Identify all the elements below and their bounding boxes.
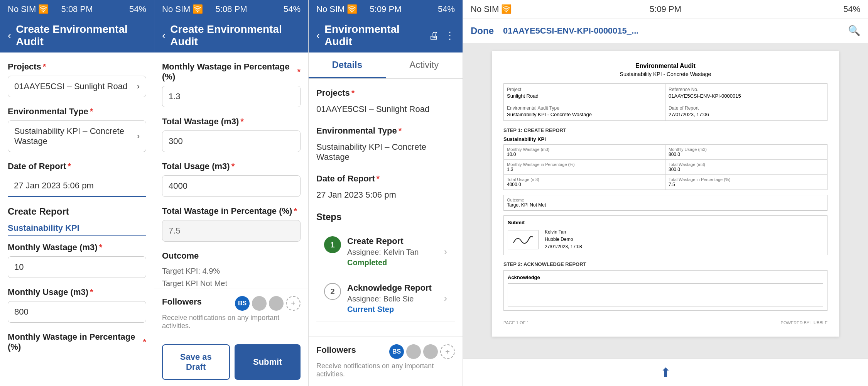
doc-kpi-label: Sustainability KPI: [503, 136, 827, 142]
total-wastage-input[interactable]: 300: [162, 130, 301, 152]
status-bar-2: No SIM 🛜 5:08 PM 54%: [154, 0, 308, 19]
chevron-icon: ›: [137, 81, 140, 91]
total-usage-field: Total Usage (m3) * 4000: [162, 161, 301, 197]
status-battery-1: 54%: [100, 4, 146, 14]
monthly-usage-field: Monthly Usage (m3) * 800: [8, 287, 146, 323]
followers-avatars-3: BS +: [389, 344, 455, 359]
monthly-wastage-pct2-label: Monthly Wastage in Percentage (%) *: [162, 62, 301, 82]
doc-ack-box: [508, 283, 823, 306]
date-input[interactable]: 27 Jan 2023 5:06 pm: [8, 175, 146, 197]
step2-assignee: Assignee: Belle Sie: [347, 295, 438, 303]
status-time-3: 5:09 PM: [363, 4, 409, 14]
back-icon-1[interactable]: ‹: [8, 29, 11, 42]
create-report-heading: Create Report: [8, 206, 146, 217]
tabs-3: Details Activity: [309, 52, 463, 79]
env-type-required: *: [90, 107, 93, 117]
back-icon-2[interactable]: ‹: [162, 29, 165, 42]
panel-create-audit-2: No SIM 🛜 5:08 PM 54% ‹ Create Environmen…: [154, 0, 309, 386]
step2-content: Acknowledge Report Assignee: Belle Sie C…: [347, 283, 438, 314]
doc-info-grid: Project Sunlight Road Reference No. 01AA…: [503, 83, 827, 121]
header-1: ‹ Create Environmental Audit: [0, 19, 154, 52]
doc-kpi-data-grid: Monthly Wastage (m3) 10.0 Monthly Usage …: [503, 144, 827, 190]
date-field: Date of Report * 27 Jan 2023 5:06 pm: [8, 161, 146, 197]
doc-page: Environmental Audit Sustainability KPI -…: [492, 51, 839, 337]
total-usage-label: Total Usage (m3) *: [162, 161, 301, 171]
avatar-gray2-2: [269, 296, 284, 311]
total-wastage-pct-field: Total Wastage in Percentage (%) * 7.5: [162, 206, 301, 242]
monthly-wastage-label: Monthly Wastage (m3) *: [8, 242, 146, 252]
page-title-2: Create Environmental Audit: [170, 23, 301, 48]
panel1-content: Projects * 01AAYE5CSI – Sunlight Road › …: [0, 52, 154, 386]
avatar-add-3[interactable]: +: [440, 344, 455, 359]
tab-details[interactable]: Details: [309, 52, 386, 78]
projects-label: Projects *: [8, 62, 146, 72]
bottom-buttons-2: Save as Draft Submit: [154, 338, 308, 386]
total-wastage-label: Total Wastage (m3) *: [162, 117, 301, 127]
total-wastage-pct-input: 7.5: [162, 220, 301, 242]
followers-label-2: Followers: [162, 297, 202, 307]
monthly-wastage-pct2-input[interactable]: 1.3: [162, 86, 301, 107]
doc-outcome-cell: Outcome Target KPI Not Met: [504, 195, 827, 210]
header-4: Done 01AAYE5CSI-ENV-KPI-0000015_... 🔍: [463, 19, 868, 43]
doc-outcome-grid: Outcome Target KPI Not Met: [503, 195, 827, 211]
doc-ack-section: Acknowledge: [503, 270, 827, 311]
mwp2-required: *: [297, 67, 301, 77]
sustainability-kpi-heading: Sustainability KPI: [8, 223, 146, 236]
date-label: Date of Report *: [8, 161, 146, 171]
panel-env-audit-detail: No SIM 🛜 5:09 PM 54% ‹ Environmental Aud…: [309, 0, 463, 386]
doc-step1-header: STEP 1: CREATE REPORT: [503, 127, 827, 133]
status-battery-3: 54%: [409, 4, 455, 14]
share-icon[interactable]: ⬆: [660, 365, 671, 380]
doc-kpi-total-wastage-pct: Total Wastage in Percentage (%) 7.5: [665, 175, 827, 190]
step2-chevron-icon: ›: [444, 293, 447, 304]
avatar-gray1-3: [406, 344, 421, 359]
avatar-add-2[interactable]: +: [286, 296, 301, 311]
tu-required: *: [231, 161, 235, 171]
done-button[interactable]: Done: [471, 25, 494, 36]
projects-field-3: Projects * 01AAYE5CSI – Sunlight Road: [316, 88, 455, 117]
total-usage-input[interactable]: 4000: [162, 175, 301, 197]
search-icon-4[interactable]: 🔍: [848, 25, 860, 37]
env-type-field-3: Environmental Type * Sustainability KPI …: [316, 126, 455, 164]
more-options-icon-3[interactable]: ⋮: [445, 30, 455, 42]
date-value-3: 27 Jan 2023 5:06 pm: [316, 188, 455, 202]
status-battery-2: 54%: [254, 4, 301, 14]
status-signal-1: No SIM 🛜: [8, 4, 54, 14]
signer-name: Kelvin Tan: [545, 229, 582, 236]
projects-input[interactable]: 01AAYE5CSI – Sunlight Road ›: [8, 76, 146, 97]
header-3: ‹ Environmental Audit 🖨 ⋮: [309, 19, 463, 52]
submit-button[interactable]: Submit: [235, 344, 301, 380]
monthly-usage-label: Monthly Usage (m3) *: [8, 287, 146, 297]
page-title-3: Environmental Audit: [324, 23, 424, 48]
doc-signer-info: Kelvin Tan Hubble Demo 27/01/2023, 17:08: [545, 229, 582, 251]
doc-step2-header: STEP 2: ACKNOWLEDGE REPORT: [503, 261, 827, 267]
outcome-field: Outcome Target KPI: 4.9% Target KPI Not …: [162, 251, 301, 288]
signer-org: Hubble Demo: [545, 236, 582, 243]
step2-title: Acknowledge Report: [347, 283, 438, 293]
doc-page-num: PAGE 1 OF 1: [503, 320, 529, 325]
panel4-bottom: ⬆: [463, 359, 868, 386]
step1-item[interactable]: 1 Create Report Assignee: Kelvin Tan Com…: [316, 229, 455, 275]
doc-info-project: Project Sunlight Road: [504, 84, 665, 102]
step2-status: Current Step: [347, 305, 438, 314]
doc-kpi-monthly-wastage-pct: Monthly Wastage in Percentage (%) 1.3: [504, 160, 665, 175]
step1-chevron-icon: ›: [444, 246, 447, 257]
status-signal-4: No SIM 🛜: [471, 4, 601, 14]
tab-activity[interactable]: Activity: [386, 52, 463, 78]
total-wastage-field: Total Wastage (m3) * 300: [162, 117, 301, 152]
step2-item[interactable]: 2 Acknowledge Report Assignee: Belle Sie…: [316, 275, 455, 322]
env-type-label-3: Environmental Type *: [316, 126, 455, 136]
document-icon-3[interactable]: 🖨: [429, 30, 439, 42]
doc-preview-area: Environmental Audit Sustainability KPI -…: [463, 43, 868, 359]
outcome-text: Target KPI: 4.9% Target KPI Not Met: [162, 265, 301, 288]
doc-signature: [508, 230, 539, 249]
doc-brand: POWERED BY HUBBLE: [781, 320, 827, 325]
monthly-usage-input[interactable]: 800: [8, 301, 146, 323]
monthly-wastage-field: Monthly Wastage (m3) * 10: [8, 242, 146, 278]
save-as-draft-button[interactable]: Save as Draft: [162, 344, 230, 380]
monthly-wastage-input[interactable]: 10: [8, 256, 146, 278]
monthly-wastage-pct-required: *: [143, 337, 146, 347]
doc-footer: PAGE 1 OF 1 POWERED BY HUBBLE: [503, 317, 827, 325]
env-type-input[interactable]: Sustainability KPI – Concrete Wastage ›: [8, 120, 146, 152]
back-icon-3[interactable]: ‹: [316, 29, 320, 42]
